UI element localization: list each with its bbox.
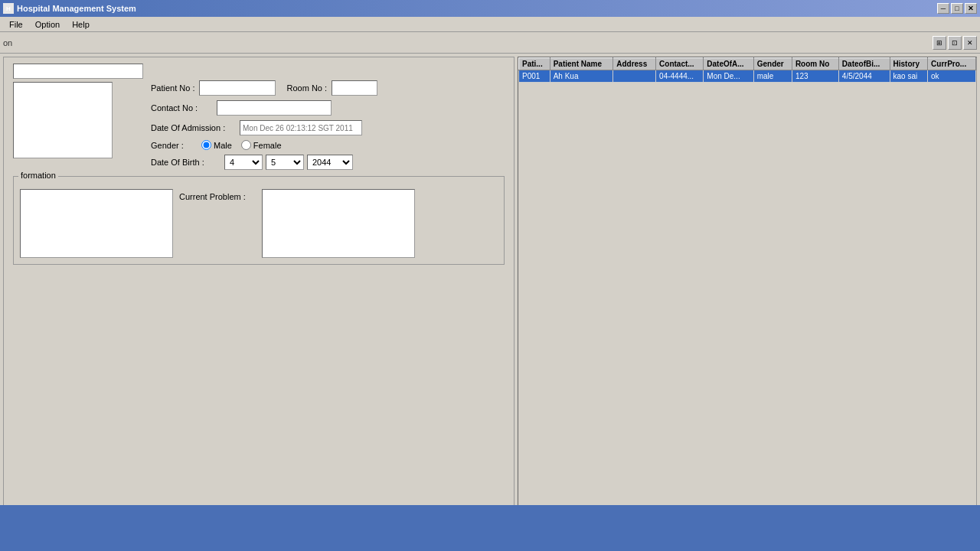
col-patient-id[interactable]: Pati... — [519, 58, 550, 70]
date-admission-input[interactable] — [240, 120, 362, 135]
table-cell: 123 — [792, 70, 838, 83]
toolbar-label: on — [3, 38, 12, 47]
table-cell — [613, 70, 656, 83]
patient-name-input[interactable] — [13, 64, 143, 79]
gender-female-label[interactable]: Female — [241, 140, 282, 150]
close-button[interactable]: ✕ — [965, 3, 977, 14]
menu-help[interactable]: Help — [66, 18, 96, 31]
dob-month-select[interactable]: 5 — [266, 155, 304, 170]
patient-no-label: Patient No : — [151, 83, 194, 93]
dob-label: Date Of Birth : — [151, 158, 220, 167]
menu-bar: File Option Help — [0, 17, 980, 32]
dob-day-select[interactable]: 4 — [224, 155, 263, 170]
table-cell: Ah Kua — [550, 70, 613, 83]
col-patient-name[interactable]: Patient Name — [550, 58, 613, 70]
gender-female-radio[interactable] — [241, 140, 251, 150]
patient-no-input[interactable] — [199, 80, 276, 96]
gender-radio-group: Male Female — [201, 140, 282, 150]
table-cell: 4/5/2044 — [838, 70, 890, 83]
minimize-button[interactable]: ─ — [937, 3, 949, 14]
right-panel: Pati... Patient Name Address Contact... … — [518, 57, 977, 548]
gender-male-label[interactable]: Male — [201, 140, 232, 150]
table-cell: P001 — [519, 70, 550, 83]
table-row[interactable]: P001Ah Kua04-4444...Mon De...male1234/5/… — [519, 70, 976, 83]
title-bar: H Hospital Management System ─ □ ✕ — [0, 0, 980, 17]
room-no-label: Room No : — [286, 83, 327, 93]
content-area: Patient No : Room No : Contact No : — [0, 54, 980, 551]
toolbar-icon-1[interactable]: ⊞ — [933, 36, 946, 50]
maximize-button[interactable]: □ — [951, 3, 963, 14]
table-wrapper[interactable]: Pati... Patient Name Address Contact... … — [518, 57, 976, 547]
col-current-problem[interactable]: CurrPro... — [928, 58, 976, 70]
history-textarea[interactable] — [20, 189, 173, 258]
dob-year-select[interactable]: 2044 — [307, 155, 353, 170]
col-gender[interactable]: Gender — [753, 58, 792, 70]
table-cell: male — [753, 70, 792, 83]
table-header-row: Pati... Patient Name Address Contact... … — [519, 58, 976, 70]
contact-no-label: Contact No : — [151, 103, 212, 112]
window-title: Hospital Management System — [17, 4, 136, 13]
bottom-bar — [0, 505, 980, 551]
contact-no-input[interactable] — [217, 100, 332, 116]
patient-photo — [13, 82, 113, 158]
date-admission-label: Date Of Admission : — [151, 123, 235, 132]
toolbar: on ⊞ ⊡ ✕ — [0, 32, 980, 54]
col-address[interactable]: Address — [613, 58, 656, 70]
info-section: formation Current Problem : — [13, 176, 505, 265]
dob-group: 4 5 2044 — [224, 155, 353, 170]
gender-label: Gender : — [151, 141, 197, 150]
app-icon: H — [3, 3, 14, 14]
title-bar-controls: ─ □ ✕ — [937, 3, 977, 14]
info-row: Current Problem : — [20, 189, 498, 258]
main-window: H Hospital Management System ─ □ ✕ File … — [0, 0, 980, 551]
table-cell: 04-4444... — [656, 70, 704, 83]
toolbar-icon-2[interactable]: ⊡ — [948, 36, 962, 50]
col-date-admission[interactable]: DateOfA... — [704, 58, 753, 70]
table-cell: ok — [928, 70, 976, 83]
menu-option[interactable]: Option — [29, 18, 66, 31]
info-section-title: formation — [18, 171, 58, 180]
table-body: P001Ah Kua04-4444...Mon De...male1234/5/… — [519, 70, 976, 83]
title-bar-left: H Hospital Management System — [3, 3, 136, 14]
toolbar-icons: ⊞ ⊡ ✕ — [933, 36, 977, 50]
current-problem-textarea[interactable] — [262, 189, 415, 258]
patient-form: Patient No : Room No : Contact No : — [3, 57, 514, 517]
patient-table: Pati... Patient Name Address Contact... … — [518, 57, 976, 83]
toolbar-icon-3[interactable]: ✕ — [963, 36, 977, 50]
col-room-no[interactable]: Room No — [792, 58, 838, 70]
col-dob[interactable]: DateofBi... — [838, 58, 890, 70]
table-cell: kao sai — [890, 70, 928, 83]
room-no-input[interactable] — [332, 80, 377, 96]
col-contact[interactable]: Contact... — [656, 58, 704, 70]
table-cell: Mon De... — [704, 70, 753, 83]
menu-file[interactable]: File — [3, 18, 29, 31]
gender-male-radio[interactable] — [201, 140, 211, 150]
col-history[interactable]: History — [890, 58, 928, 70]
current-problem-label: Current Problem : — [179, 192, 256, 201]
left-panel: Patient No : Room No : Contact No : — [3, 57, 514, 548]
